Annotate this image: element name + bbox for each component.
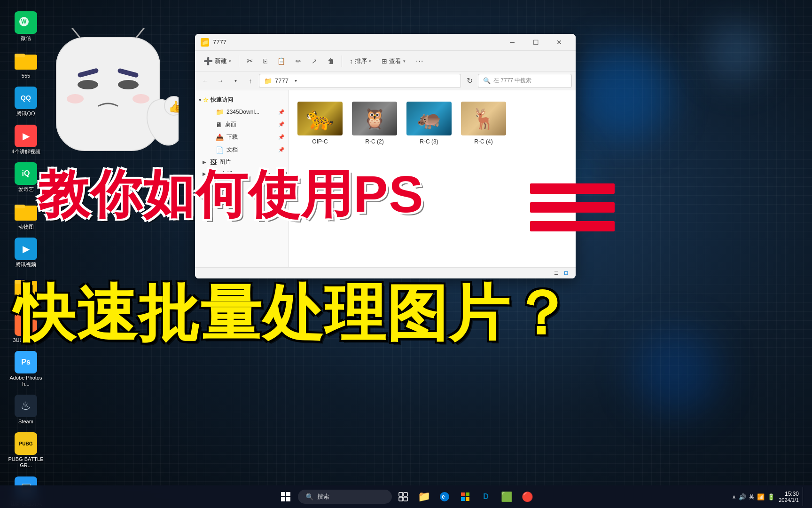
paste-icon: 📋 — [277, 57, 285, 65]
file-name-rc3: R-C (3) — [420, 138, 438, 146]
window-controls: ─ ☐ ✕ — [501, 36, 570, 49]
file-thumbnail-oip-c: 🐆 — [297, 102, 343, 135]
tray-speaker-icon[interactable]: 🔊 — [739, 493, 746, 500]
file-thumbnail-rc4: 🦌 — [461, 102, 506, 135]
toolbar-view-label: 查看 — [389, 57, 401, 65]
icon-steam-label: Steam — [18, 419, 33, 425]
tray-wifi-icon[interactable]: 📶 — [757, 493, 765, 500]
icon-steam[interactable]: ♨ Steam — [5, 393, 47, 427]
nav-item-downloads[interactable]: 📥 下载 📌 — [203, 131, 289, 143]
toolbar-new-button[interactable]: ➕ 新建 ▾ — [199, 54, 236, 68]
svg-rect-5 — [15, 205, 25, 208]
nav-pin-icon-2345: 📌 — [278, 109, 285, 115]
tray-battery-icon[interactable]: 🔋 — [767, 493, 775, 500]
forward-button[interactable]: → — [214, 74, 227, 87]
toolbar-paste-button[interactable]: 📋 — [273, 55, 290, 68]
up-button[interactable]: ↑ — [244, 74, 257, 87]
file-item-rc2[interactable]: 🦉 R-C (2) — [351, 98, 398, 150]
separator-2 — [342, 56, 342, 67]
tencent-video-icon-img: ▶ — [15, 238, 37, 260]
svg-rect-29 — [404, 492, 407, 496]
line-1 — [530, 183, 615, 194]
file-emoji-oip-c: 🐆 — [308, 107, 332, 130]
svg-point-21 — [141, 95, 179, 150]
maximize-button[interactable]: ☐ — [525, 36, 547, 49]
taskbar-right: ∧ 🔊 英 📶 🔋 15:30 2024/1/1 — [732, 487, 804, 506]
icon-folder-555[interactable]: 555 — [5, 47, 47, 81]
quick-access-header[interactable]: ▾ ☆ 快速访问 — [195, 94, 289, 106]
icon-pubg-label: PUBG BATTLEGR... — [7, 456, 45, 468]
icon-tencent-video[interactable]: ▶ 腾讯视频 — [5, 236, 47, 270]
refresh-button[interactable]: ↻ — [463, 74, 476, 87]
taskbar-camtasia[interactable]: 🔴 — [518, 487, 537, 506]
icon-lecture[interactable]: ▶ 4个讲解视频 — [5, 123, 47, 157]
separator-1 — [239, 56, 239, 67]
search-icon: 🔍 — [483, 77, 491, 84]
svg-rect-35 — [466, 492, 469, 496]
line-3 — [530, 221, 615, 231]
taskbar-edge[interactable]: e — [435, 487, 454, 506]
icon-pubg[interactable]: PUBG PUBG BATTLEGR... — [5, 430, 47, 470]
taskbar-search[interactable]: 🔍 搜索 — [298, 490, 392, 504]
toolbar-share-button[interactable]: ↗ — [307, 55, 322, 68]
sort-icon: ↕ — [350, 57, 353, 65]
task-view-button[interactable] — [394, 487, 413, 506]
nav-item-2345downloads[interactable]: 📁 2345Downl... 📌 — [203, 106, 289, 118]
nav-folder-icon-downloads: 📥 — [216, 134, 224, 141]
file-name-oip-c: OIP-C — [312, 138, 328, 146]
view-icon: ⊞ — [382, 57, 387, 65]
recent-locations-button[interactable]: ▾ — [229, 74, 242, 87]
back-button[interactable]: ← — [199, 74, 212, 87]
toolbar-delete-button[interactable]: 🗑 — [323, 55, 339, 68]
toolbar-view-button[interactable]: ⊞ 查看 ▾ — [377, 54, 410, 68]
quick-access-label: 快速访问 — [211, 96, 233, 104]
animal-icon-img — [15, 200, 37, 222]
toolbar-cut-button[interactable]: ✂ — [242, 54, 258, 68]
address-bar: ← → ▾ ↑ 📁 7777 ▾ ↻ 🔍 在 7777 中搜索 — [195, 71, 576, 90]
search-placeholder: 在 7777 中搜索 — [493, 77, 531, 85]
nav-folder-icon-2345: 📁 — [216, 108, 224, 116]
file-item-rc3[interactable]: 🦛 R-C (3) — [406, 98, 453, 150]
taskbar-time[interactable]: 15:30 2024/1/1 — [779, 491, 799, 503]
bokeh-light-4 — [633, 329, 718, 414]
file-name-rc2: R-C (2) — [365, 138, 383, 146]
taskbar-wps[interactable]: 🟩 — [497, 487, 516, 506]
svg-rect-28 — [399, 492, 403, 496]
nav-item-documents[interactable]: 📄 文档 📌 — [203, 143, 289, 156]
icon-qq[interactable]: QQ 腾讯QQ — [5, 85, 47, 119]
address-input[interactable]: 📁 7777 ▾ — [259, 74, 461, 88]
svg-rect-36 — [461, 497, 465, 501]
cut-icon: ✂ — [247, 56, 253, 65]
taskbar-store[interactable] — [456, 487, 475, 506]
icon-tencent-video-label: 腾讯视频 — [16, 262, 36, 268]
file-thumbnail-rc3: 🦛 — [406, 102, 452, 135]
toolbar-rename-button[interactable]: ✏ — [291, 55, 306, 68]
toolbar-copy-button[interactable]: ⎘ — [258, 55, 272, 68]
taskbar-dell[interactable]: D — [476, 487, 495, 506]
search-box[interactable]: 🔍 在 7777 中搜索 — [478, 74, 572, 88]
address-dropdown-button[interactable]: ▾ — [291, 74, 301, 87]
close-button[interactable]: ✕ — [548, 36, 570, 49]
quick-access-star-icon: ☆ — [203, 96, 209, 103]
line-2 — [530, 202, 615, 213]
minimize-button[interactable]: ─ — [501, 36, 523, 49]
icon-wechat[interactable]: W 微信 — [5, 9, 47, 43]
windows-start-button[interactable] — [275, 487, 296, 506]
toolbar-more-button[interactable]: ··· — [411, 54, 428, 68]
svg-rect-26 — [281, 497, 285, 501]
toolbar-sort-button[interactable]: ↕ 排序 ▾ — [345, 54, 376, 68]
svg-text:👍: 👍 — [168, 100, 179, 113]
overlay-text-top: 教你如何使用PS — [38, 160, 424, 230]
tray-expand-icon[interactable]: ∧ — [732, 494, 736, 500]
bokeh-light-3 — [709, 24, 765, 80]
file-item-oip-c[interactable]: 🐆 OIP-C — [297, 98, 344, 150]
svg-point-22 — [164, 96, 179, 115]
svg-point-19 — [67, 94, 84, 103]
nav-item-desktop[interactable]: 🖥 桌面 📌 — [203, 118, 289, 131]
file-item-rc4[interactable]: 🦌 R-C (4) — [460, 98, 507, 150]
file-thumbnail-rc2: 🦉 — [352, 102, 397, 135]
tray-language-icon[interactable]: 英 — [749, 493, 754, 500]
taskbar-file-explorer[interactable]: 📁 — [414, 487, 433, 506]
lecture-icon-img: ▶ — [15, 125, 37, 147]
show-desktop-button[interactable] — [803, 487, 804, 506]
